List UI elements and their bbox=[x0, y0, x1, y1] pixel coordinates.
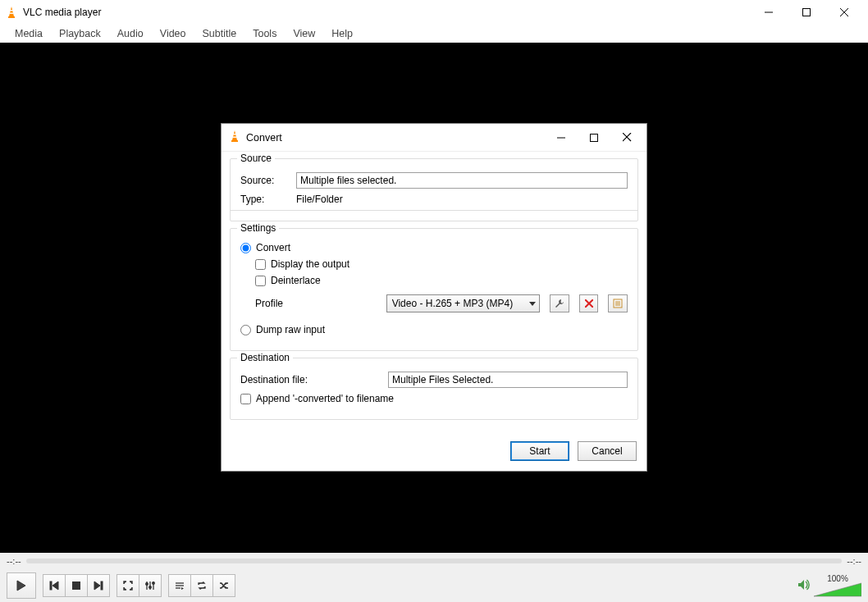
destination-file-input[interactable] bbox=[388, 372, 628, 388]
main-window-title: VLC media player bbox=[23, 7, 101, 18]
svg-rect-13 bbox=[101, 581, 103, 590]
dialog-title: Convert bbox=[246, 132, 282, 144]
svg-rect-5 bbox=[803, 9, 811, 16]
menu-playback[interactable]: Playback bbox=[51, 25, 109, 42]
volume-slider[interactable] bbox=[814, 581, 861, 598]
svg-marker-10 bbox=[53, 581, 58, 590]
playlist-button[interactable] bbox=[168, 574, 191, 597]
menu-audio[interactable]: Audio bbox=[109, 25, 152, 42]
display-output-checkbox[interactable]: Display the output bbox=[255, 258, 628, 270]
delete-profile-button[interactable] bbox=[579, 294, 599, 312]
deinterlace-checkbox[interactable]: Deinterlace bbox=[255, 275, 628, 286]
menu-video[interactable]: Video bbox=[152, 25, 194, 42]
svg-point-17 bbox=[146, 583, 148, 586]
svg-rect-27 bbox=[231, 140, 238, 142]
svg-rect-2 bbox=[10, 10, 13, 11]
svg-marker-12 bbox=[94, 581, 100, 590]
cancel-button[interactable]: Cancel bbox=[578, 441, 637, 461]
main-close-button[interactable] bbox=[825, 0, 863, 25]
next-button[interactable] bbox=[87, 574, 110, 597]
time-elapsed: --:-- bbox=[7, 556, 21, 566]
vlc-cone-icon bbox=[228, 130, 241, 145]
dialog-maximize-button[interactable] bbox=[586, 130, 602, 146]
svg-rect-1 bbox=[8, 16, 15, 18]
menu-tools[interactable]: Tools bbox=[244, 25, 285, 42]
dialog-close-button[interactable] bbox=[619, 130, 635, 146]
svg-marker-8 bbox=[17, 581, 25, 591]
svg-rect-11 bbox=[72, 581, 80, 590]
svg-rect-3 bbox=[10, 13, 14, 14]
play-button[interactable] bbox=[7, 572, 36, 599]
seek-slider[interactable] bbox=[26, 559, 843, 563]
svg-point-19 bbox=[153, 582, 155, 585]
type-value: File/Folder bbox=[296, 194, 343, 205]
menu-subtitle[interactable]: Subtitle bbox=[194, 25, 245, 42]
dialog-minimize-button[interactable] bbox=[553, 130, 569, 146]
start-button[interactable]: Start bbox=[510, 441, 569, 461]
delete-x-icon bbox=[585, 299, 593, 308]
source-label: Source: bbox=[240, 175, 288, 186]
shuffle-button[interactable] bbox=[212, 574, 235, 597]
main-titlebar: VLC media player bbox=[0, 0, 868, 25]
speaker-icon[interactable] bbox=[797, 578, 811, 594]
display-output-label: Display the output bbox=[271, 258, 349, 270]
stop-button[interactable] bbox=[65, 574, 88, 597]
svg-rect-29 bbox=[233, 137, 237, 138]
settings-legend: Settings bbox=[237, 222, 279, 234]
wrench-icon bbox=[555, 299, 564, 308]
destination-file-label: Destination file: bbox=[240, 374, 380, 385]
profile-select[interactable]: Video - H.265 + MP3 (MP4) bbox=[386, 294, 540, 312]
menu-help[interactable]: Help bbox=[323, 25, 361, 42]
svg-rect-9 bbox=[50, 581, 52, 590]
dialog-titlebar: Convert bbox=[222, 124, 646, 152]
svg-rect-28 bbox=[233, 134, 236, 135]
append-converted-checkbox-input[interactable] bbox=[240, 394, 251, 404]
previous-button[interactable] bbox=[43, 574, 66, 597]
profile-select-value: Video - H.265 + MP3 (MP4) bbox=[392, 298, 514, 309]
vlc-cone-icon bbox=[5, 6, 18, 19]
main-maximize-button[interactable] bbox=[788, 0, 825, 25]
time-total: --:-- bbox=[847, 556, 861, 566]
type-label: Type: bbox=[240, 194, 288, 205]
source-input[interactable] bbox=[296, 172, 628, 189]
destination-legend: Destination bbox=[237, 352, 293, 363]
extended-settings-button[interactable] bbox=[139, 574, 162, 597]
new-profile-icon bbox=[613, 299, 623, 308]
settings-group: Settings Convert Display the output Dein… bbox=[230, 228, 638, 351]
append-converted-checkbox[interactable]: Append '-converted' to filename bbox=[240, 393, 628, 404]
convert-dialog: Convert Source Source: Type: File/Folder… bbox=[221, 123, 647, 472]
bottom-controls: --:-- --:-- 100% bbox=[0, 553, 868, 602]
svg-marker-25 bbox=[814, 583, 861, 596]
dump-raw-label: Dump raw input bbox=[256, 324, 325, 335]
deinterlace-checkbox-input[interactable] bbox=[255, 276, 266, 286]
dump-raw-radio-input[interactable] bbox=[240, 325, 251, 335]
convert-radio-input[interactable] bbox=[240, 243, 251, 253]
profile-label: Profile bbox=[255, 298, 377, 309]
menu-view[interactable]: View bbox=[285, 25, 323, 42]
svg-marker-34 bbox=[529, 302, 536, 306]
convert-radio-label: Convert bbox=[256, 242, 290, 253]
destination-group: Destination Destination file: Append '-c… bbox=[230, 358, 638, 420]
chevron-down-icon bbox=[529, 298, 536, 309]
edit-profile-button[interactable] bbox=[550, 294, 569, 312]
menu-media[interactable]: Media bbox=[7, 25, 51, 42]
svg-marker-24 bbox=[798, 580, 804, 590]
source-group: Source Source: Type: File/Folder bbox=[230, 158, 638, 221]
svg-rect-31 bbox=[591, 134, 598, 141]
display-output-checkbox-input[interactable] bbox=[255, 259, 266, 270]
dump-raw-radio[interactable]: Dump raw input bbox=[240, 324, 628, 335]
loop-button[interactable] bbox=[190, 574, 213, 597]
deinterlace-label: Deinterlace bbox=[271, 275, 321, 286]
main-minimize-button[interactable] bbox=[750, 0, 788, 25]
convert-radio[interactable]: Convert bbox=[240, 242, 628, 253]
append-converted-label: Append '-converted' to filename bbox=[256, 393, 394, 404]
source-legend: Source bbox=[237, 153, 275, 164]
svg-marker-23 bbox=[181, 587, 184, 590]
svg-marker-0 bbox=[9, 7, 14, 16]
new-profile-button[interactable] bbox=[608, 294, 628, 312]
svg-marker-26 bbox=[232, 130, 237, 140]
menubar: Media Playback Audio Video Subtitle Tool… bbox=[0, 25, 868, 43]
svg-point-18 bbox=[149, 586, 152, 589]
fullscreen-button[interactable] bbox=[116, 574, 139, 597]
